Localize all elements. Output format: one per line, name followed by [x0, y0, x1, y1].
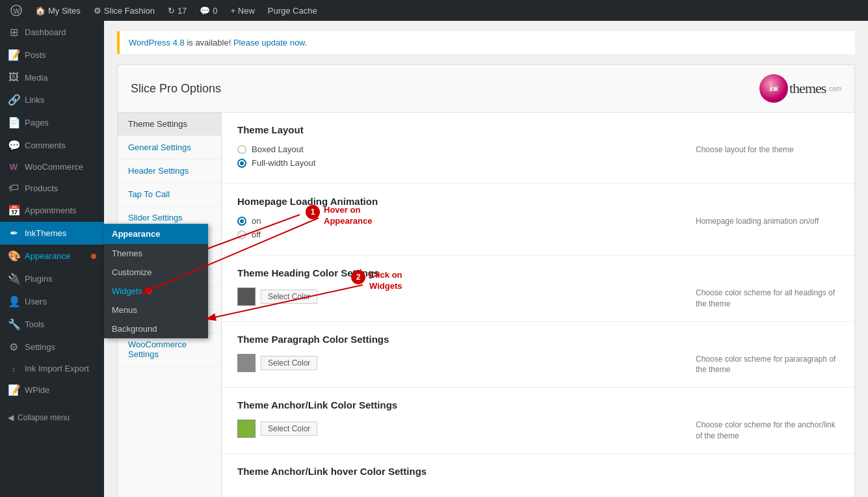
logo-circle: ink	[759, 74, 788, 103]
update-notice: WordPress 4.8 is available! Please updat…	[117, 31, 855, 54]
submenu-background[interactable]: Background	[104, 319, 208, 338]
new-label: + New	[231, 6, 255, 16]
appearance-icon: 🎨	[8, 250, 20, 262]
heading-color-desc: Choose color scheme for all headings of …	[696, 288, 839, 310]
wp-logo-button[interactable]: W	[5, 0, 27, 21]
products-icon: 🏷	[8, 182, 20, 194]
sidebar-item-products[interactable]: 🏷 Products	[0, 177, 104, 199]
sidebar-label-plugins: Plugins	[25, 274, 96, 284]
anim-off-option[interactable]: off	[237, 230, 683, 239]
sidebar-label-products: Products	[25, 183, 96, 193]
wordpress-version-link[interactable]: WordPress 4.8	[129, 38, 185, 47]
fullwidth-layout-option[interactable]: Full-width Layout	[237, 158, 683, 168]
collapse-menu-button[interactable]: ◀ Collapse menu	[0, 407, 104, 429]
anchor-color-controls: Select Color	[237, 420, 683, 438]
my-sites-label: My Sites	[48, 6, 81, 16]
logo-text-themes: themes	[789, 80, 826, 97]
homepage-loading-row: on off Homepage loading animation on/off	[237, 216, 839, 243]
sidebar-label-pages: Pages	[25, 118, 96, 128]
paragraph-color-btn[interactable]: Select Color	[261, 356, 317, 370]
collapse-arrow-icon: ◀	[8, 413, 14, 422]
notice-middle-text: is available!	[187, 38, 233, 47]
fullwidth-radio[interactable]	[237, 159, 246, 168]
options-panel: Slice Pro Options ink themes .com Theme …	[117, 64, 855, 497]
dashboard-icon: ⊞	[8, 26, 20, 38]
sidebar-label-users: Users	[25, 297, 96, 306]
comments-count: 0	[213, 6, 217, 16]
submenu-themes[interactable]: Themes	[104, 244, 208, 263]
sidebar-item-wpide[interactable]: 📝 WPide	[0, 379, 104, 401]
homepage-loading-desc: Homepage loading animation on/off	[696, 216, 839, 227]
sidebar-label-dashboard: Dashboard	[25, 27, 96, 37]
section-heading-color: Theme Heading Color Settings Select Colo…	[222, 256, 854, 322]
nav-tap-to-call[interactable]: Tap To Call	[118, 183, 221, 206]
sidebar-item-settings[interactable]: ⚙ Settings	[0, 336, 104, 358]
sidebar-label-appearance: Appearance	[25, 251, 86, 261]
woocommerce-icon: W	[8, 162, 20, 172]
section-paragraph-color: Theme Paragraph Color Settings Select Co…	[222, 322, 854, 388]
logo-com: .com	[827, 85, 841, 92]
purge-cache-button[interactable]: Purge Cache	[263, 0, 322, 21]
media-icon: 🖼	[8, 72, 20, 83]
sidebar-item-posts[interactable]: 📝 Posts	[0, 44, 104, 66]
users-icon: 👤	[8, 295, 20, 308]
nav-general-settings[interactable]: General Settings	[118, 136, 221, 159]
appointments-icon: 📅	[8, 204, 20, 217]
submenu-widgets[interactable]: Widgets	[104, 282, 208, 301]
section-title-heading-color: Theme Heading Color Settings	[237, 267, 839, 278]
inkthemes-logo: ink themes .com	[759, 74, 841, 103]
anim-on-radio[interactable]	[237, 217, 246, 226]
new-content-button[interactable]: + New	[226, 0, 260, 21]
please-update-link[interactable]: Please update now.	[233, 38, 307, 47]
site-name-button[interactable]: ⚙ Slice Fashion	[88, 0, 160, 21]
sidebar-item-inkthemes[interactable]: ✒ InkThemes	[0, 222, 104, 245]
sidebar-item-users[interactable]: 👤 Users	[0, 290, 104, 313]
nav-header-settings[interactable]: Header Settings	[118, 159, 221, 183]
theme-layout-row: Boxed Layout Full-width Layout Choose la…	[237, 144, 839, 172]
anim-on-option[interactable]: on	[237, 216, 683, 226]
homepage-loading-controls: on off	[237, 216, 683, 243]
anim-off-radio[interactable]	[237, 230, 246, 239]
pages-icon: 📄	[8, 116, 20, 129]
paragraph-color-row: Select Color Choose color scheme for par…	[237, 354, 839, 376]
site-name-label: Slice Fashion	[104, 6, 155, 16]
submenu-customize[interactable]: Customize	[104, 263, 208, 282]
site-settings-icon: ⚙	[94, 6, 101, 16]
nav-theme-settings[interactable]: Theme Settings	[118, 113, 221, 136]
my-sites-button[interactable]: 🏠 My Sites	[30, 0, 86, 21]
sidebar-item-media[interactable]: 🖼 Media	[0, 66, 104, 88]
section-homepage-loading: Homepage Loading Animation on off	[222, 184, 854, 256]
updates-button[interactable]: ↻ 17	[163, 0, 192, 21]
sidebar-label-inkthemes: InkThemes	[25, 228, 96, 238]
background-label: Background	[112, 324, 157, 334]
boxed-label: Boxed Layout	[252, 144, 304, 154]
sidebar-item-dashboard[interactable]: ⊞ Dashboard	[0, 21, 104, 44]
logo-circle-text: ink	[770, 85, 778, 92]
section-title-anchor-color: Theme Anchor/Link Color Settings	[237, 399, 839, 410]
comments-button[interactable]: 💬 0	[194, 0, 222, 21]
sidebar-item-woocommerce[interactable]: W WooCommerce	[0, 157, 104, 177]
sidebar-item-pages[interactable]: 📄 Pages	[0, 111, 104, 134]
boxed-layout-option[interactable]: Boxed Layout	[237, 144, 683, 154]
sidebar-item-links[interactable]: 🔗 Links	[0, 88, 104, 111]
heading-color-controls: Select Color	[237, 288, 683, 306]
anchor-color-picker-row: Select Color	[237, 420, 683, 438]
sidebar-item-comments[interactable]: 💬 Comments	[0, 134, 104, 157]
anchor-color-swatch	[237, 420, 256, 438]
anim-off-label: off	[252, 230, 261, 239]
sidebar-item-appearance[interactable]: 🎨 Appearance Appearance Themes Customize…	[0, 245, 104, 267]
sidebar-item-tools[interactable]: 🔧 Tools	[0, 313, 104, 336]
sidebar-item-plugins[interactable]: 🔌 Plugins	[0, 267, 104, 290]
boxed-radio[interactable]	[237, 145, 246, 154]
heading-color-btn[interactable]: Select Color	[261, 289, 317, 304]
sidebar-item-ink-import-export[interactable]: ↕ Ink Import Export	[0, 358, 104, 379]
anchor-color-btn[interactable]: Select Color	[261, 422, 317, 436]
sidebar-label-tools: Tools	[25, 319, 96, 329]
sidebar-item-appointments[interactable]: 📅 Appointments	[0, 199, 104, 222]
appearance-submenu: Appearance Themes Customize Widgets Menu…	[104, 224, 208, 338]
fullwidth-label: Full-width Layout	[252, 158, 315, 168]
themes-label: Themes	[112, 248, 142, 258]
submenu-menus[interactable]: Menus	[104, 301, 208, 319]
customize-label: Customize	[112, 267, 151, 277]
sidebar-label-appointments: Appointments	[25, 206, 96, 215]
